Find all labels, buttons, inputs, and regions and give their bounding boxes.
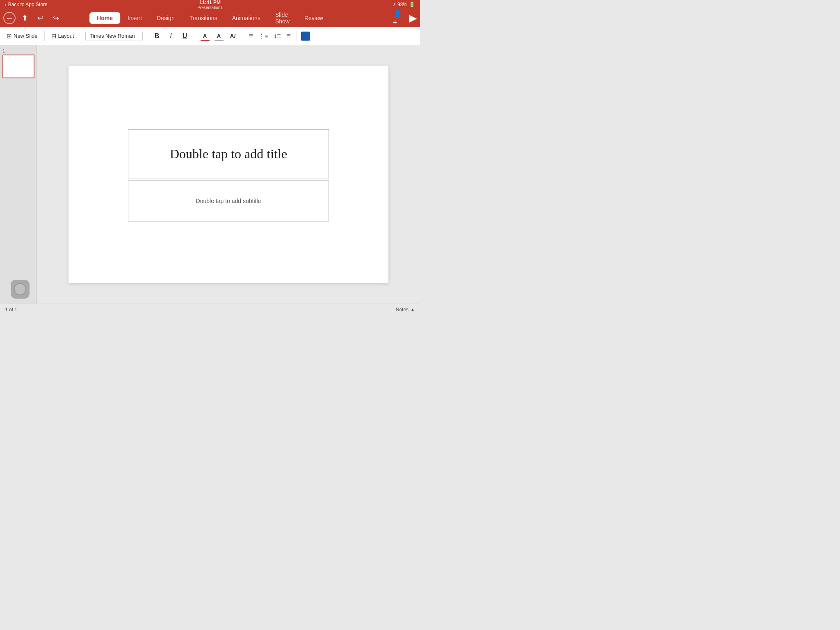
battery-percent: 98% — [397, 2, 407, 7]
divider-1 — [44, 31, 45, 41]
color-block-btn[interactable] — [301, 32, 310, 41]
time-display: 11:41 PM — [197, 0, 223, 5]
home-button[interactable] — [11, 280, 30, 299]
status-center: 11:41 PM Presentation1 — [197, 0, 223, 10]
divider-6 — [297, 31, 297, 41]
slide-canvas[interactable]: Double tap to add title Double tap to ad… — [68, 66, 388, 283]
divider-3 — [147, 31, 147, 41]
tab-transitions[interactable]: Transitions — [182, 12, 225, 24]
slide-panel: 1 — [0, 45, 37, 304]
main-area: 1 Double tap to add title Double tap to … — [0, 45, 420, 304]
text-effects-btn[interactable]: A/ — [227, 30, 239, 42]
font-color-btn[interactable]: A — [199, 30, 211, 42]
tab-review[interactable]: Review — [297, 12, 331, 24]
divider-2 — [81, 31, 81, 41]
title-placeholder[interactable]: Double tap to add title — [128, 129, 329, 178]
divider-5 — [243, 31, 243, 41]
slide-thumb-1[interactable]: 1 — [2, 48, 34, 78]
tab-home[interactable]: Home — [89, 12, 120, 24]
layout-btn[interactable]: ⊟ Layout — [49, 31, 77, 41]
redo-btn[interactable]: ↪ — [49, 11, 62, 25]
slide-editor: Double tap to add title Double tap to ad… — [37, 45, 420, 304]
new-slide-btn[interactable]: ⊞ New Slide — [4, 31, 40, 41]
nav-right-actions: 👤+ ▶ — [393, 11, 417, 25]
add-user-btn[interactable]: 👤+ — [393, 11, 406, 25]
status-bar: ‹ Back to App Store 11:41 PM Presentatio… — [0, 0, 420, 9]
nav-bar: ← ⬆ ↩ ↪ Home Insert Design Transitions A… — [0, 9, 420, 27]
line-spacing-btn[interactable]: ↕≡ — [272, 32, 282, 40]
layout-icon: ⊟ — [51, 32, 57, 40]
notes-chevron-icon: ▲ — [410, 307, 415, 313]
bullet-list-btn[interactable]: ≡ — [247, 32, 255, 40]
notes-btn[interactable]: Notes ▲ — [396, 307, 415, 313]
font-name-input[interactable] — [85, 31, 143, 41]
new-slide-label: New Slide — [14, 33, 38, 39]
play-presentation-btn[interactable]: ▶ — [409, 12, 417, 24]
layout-label: Layout — [58, 33, 74, 39]
slide-number-1: 1 — [2, 48, 34, 53]
tab-insert[interactable]: Insert — [120, 12, 149, 24]
bold-btn[interactable]: B — [151, 30, 163, 42]
share-btn[interactable]: ⬆ — [18, 11, 31, 25]
back-chevron-icon: ‹ — [5, 1, 7, 8]
tab-design[interactable]: Design — [149, 12, 182, 24]
tab-slideshow[interactable]: Slide Show — [268, 9, 297, 27]
toolbar: ⊞ New Slide ⊟ Layout B I U A A A/ ≡ ⋮≡ ↕… — [0, 27, 420, 45]
divider-4 — [195, 31, 195, 41]
text-align-btn[interactable]: ≡ — [285, 32, 293, 40]
back-circle-btn[interactable]: ← — [3, 12, 16, 24]
footer-bar: 1 of 1 Notes ▲ — [0, 304, 420, 315]
italic-btn[interactable]: I — [165, 30, 177, 42]
tab-animations[interactable]: Animations — [225, 12, 268, 24]
home-button-inner — [14, 283, 26, 295]
battery-icon: 🔋 — [409, 2, 415, 7]
nav-tabs: Home Insert Design Transitions Animation… — [89, 9, 331, 27]
undo-btn[interactable]: ↩ — [34, 11, 47, 25]
font-highlight-btn[interactable]: A — [213, 30, 225, 42]
slide-count: 1 of 1 — [5, 307, 17, 313]
back-label: Back to App Store — [8, 2, 48, 7]
new-slide-icon: ⊞ — [7, 32, 12, 40]
notes-label: Notes — [396, 307, 409, 313]
battery-arrow-icon: ↗ — [392, 2, 396, 7]
underline-btn[interactable]: U — [179, 30, 191, 42]
slide-thumbnail-1[interactable] — [2, 55, 34, 78]
numbered-list-btn[interactable]: ⋮≡ — [257, 33, 269, 39]
back-to-appstore-btn[interactable]: ‹ Back to App Store — [5, 1, 48, 8]
subtitle-placeholder[interactable]: Double tap to add subtitle — [128, 180, 329, 221]
